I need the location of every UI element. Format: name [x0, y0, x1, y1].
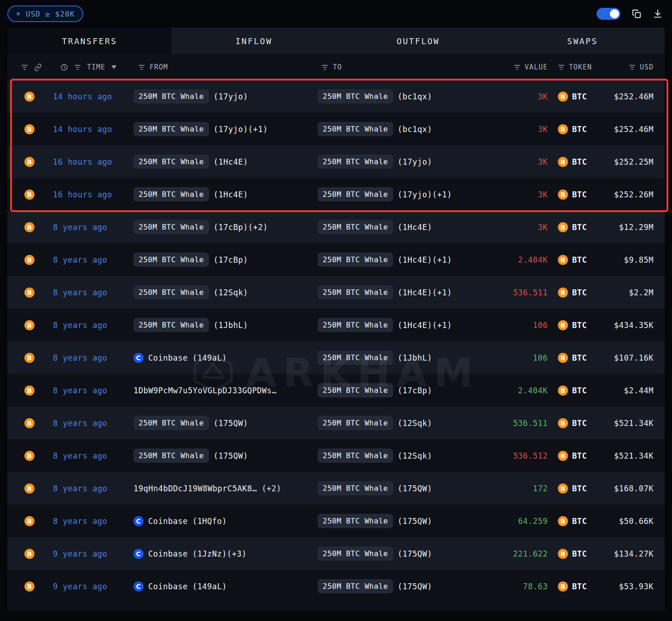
row-from[interactable]: 250M BTC Whale (1Hc4E) [133, 187, 318, 201]
row-time[interactable]: 8 years ago [52, 419, 133, 428]
address[interactable]: (bc1qx) [398, 92, 432, 101]
entity-chip[interactable]: 250M BTC Whale [318, 383, 393, 397]
entity-chip[interactable]: 250M BTC Whale [318, 89, 393, 104]
table-row[interactable]: B 16 hours ago 250M BTC Whale (1Hc4E) 25… [7, 178, 665, 211]
entity-name[interactable]: 19qHn4bDDcJ19W8WbprC5AK8… [133, 484, 257, 493]
entity-chip[interactable]: 250M BTC Whale [318, 416, 393, 430]
row-from[interactable]: 250M BTC Whale (1JbhL) [133, 318, 318, 332]
address[interactable]: (175QW) [214, 419, 248, 428]
row-from[interactable]: 250M BTC Whale (17yjo)(+1) [133, 122, 318, 136]
row-to[interactable]: 250M BTC Whale (175QW) [318, 481, 483, 495]
filter-icon[interactable] [321, 64, 328, 71]
row-time[interactable]: 16 hours ago [52, 190, 133, 199]
filter-icon[interactable] [138, 64, 145, 71]
entity-chip[interactable]: 250M BTC Whale [133, 416, 209, 430]
row-to[interactable]: 250M BTC Whale (1Hc4E) [318, 220, 483, 234]
address[interactable]: (17cBp) [398, 386, 432, 395]
entity-chip[interactable]: 250M BTC Whale [133, 122, 209, 136]
table-row[interactable]: B 8 years ago C Coinbase (1HQfo) 250M BT… [7, 505, 665, 537]
address[interactable]: (17yjo) [398, 157, 432, 167]
row-to[interactable]: 250M BTC Whale (1Hc4E)(+1) [318, 318, 483, 332]
row-time[interactable]: 8 years ago [52, 451, 133, 460]
entity-chip[interactable]: 250M BTC Whale [318, 187, 393, 201]
row-to[interactable]: 250M BTC Whale (1JbhL) [318, 351, 483, 365]
row-to[interactable]: 250M BTC Whale (175QW) [318, 579, 483, 593]
row-to[interactable]: 250M BTC Whale (1Hc4E)(+1) [318, 285, 483, 299]
table-row[interactable]: B 8 years ago 1DbW9PcMw7u5YoVGLpDJ33GQPD… [7, 374, 665, 407]
filter-icon[interactable] [629, 64, 636, 71]
row-time[interactable]: 8 years ago [52, 223, 133, 232]
usd-filter-chip[interactable]: × USD ≥ $20K [7, 6, 83, 22]
row-to[interactable]: 250M BTC Whale (175QW) [318, 546, 483, 561]
row-to[interactable]: 250M BTC Whale (17yjo)(+1) [318, 187, 483, 201]
entity-chip[interactable]: 250M BTC Whale [133, 220, 209, 234]
row-time[interactable]: 8 years ago [52, 288, 133, 297]
row-from[interactable]: 250M BTC Whale (175QW) [133, 416, 318, 430]
address[interactable]: (1Hc4E) [214, 157, 248, 167]
filter-icon[interactable] [514, 64, 521, 71]
table-row[interactable]: B 8 years ago 250M BTC Whale (175QW) 250… [7, 439, 665, 472]
address[interactable]: (17cBp) [214, 255, 248, 264]
row-from[interactable]: 250M BTC Whale (17cBp)(+2) [133, 220, 318, 234]
entity-chip[interactable]: 250M BTC Whale [318, 351, 393, 365]
address[interactable]: (17cBp)(+2) [214, 223, 268, 232]
address[interactable]: (175QW) [398, 517, 432, 526]
row-from[interactable]: 250M BTC Whale (17cBp) [133, 253, 318, 267]
entity-chip[interactable]: 250M BTC Whale [318, 546, 393, 561]
entity-chip[interactable]: 250M BTC Whale [133, 318, 209, 332]
tab-inflow[interactable]: INFLOW [172, 28, 336, 54]
entity-name[interactable]: Coinbase [148, 549, 188, 558]
entity-chip[interactable]: 250M BTC Whale [318, 481, 393, 495]
address[interactable]: (17yjo) [214, 92, 248, 101]
tab-transfers[interactable]: TRANSFERS [7, 28, 172, 54]
address[interactable]: (1Hc4E) [398, 223, 432, 232]
entity-chip[interactable]: 250M BTC Whale [318, 318, 393, 332]
tab-swaps[interactable]: SWAPS [500, 28, 665, 54]
address[interactable]: (12Sqk) [214, 288, 248, 297]
address[interactable]: (175QW) [398, 484, 432, 493]
row-from[interactable]: C Coinbase (149aL) [133, 353, 318, 363]
row-from[interactable]: C Coinbase (1HQfo) [133, 516, 318, 526]
row-to[interactable]: 250M BTC Whale (1Hc4E)(+1) [318, 253, 483, 267]
toggle-switch[interactable] [597, 8, 620, 20]
entity-name[interactable]: Coinbase [148, 517, 188, 526]
filter-icon[interactable] [558, 64, 565, 71]
entity-chip[interactable]: 250M BTC Whale [318, 155, 393, 169]
entity-chip[interactable]: 250M BTC Whale [133, 448, 209, 463]
row-from[interactable]: 250M BTC Whale (175QW) [133, 448, 318, 463]
address[interactable]: (1JzNz)(+3) [192, 549, 247, 558]
filter-icon[interactable] [21, 64, 28, 71]
address[interactable]: (175QW) [398, 549, 432, 558]
address[interactable]: (1HQfo) [192, 517, 227, 526]
row-from[interactable]: 250M BTC Whale (1Hc4E) [133, 155, 318, 169]
table-row[interactable]: B 9 years ago C Coinbase (149aL) 250M BT… [7, 570, 665, 603]
row-from[interactable]: C Coinbase (149aL) [133, 581, 318, 592]
column-header-time[interactable]: TIME [87, 63, 105, 71]
address[interactable]: (1Hc4E)(+1) [398, 321, 452, 330]
table-row[interactable]: B 8 years ago C Coinbase (149aL) 250M BT… [7, 341, 665, 374]
row-from[interactable]: 19qHn4bDDcJ19W8WbprC5AK8… (+2) [133, 484, 318, 493]
row-time[interactable]: 8 years ago [52, 353, 133, 362]
entity-chip[interactable]: 250M BTC Whale [133, 187, 209, 201]
entity-chip[interactable]: 250M BTC Whale [318, 220, 393, 234]
row-time[interactable]: 8 years ago [52, 517, 133, 526]
entity-chip[interactable]: 250M BTC Whale [318, 285, 393, 299]
row-time[interactable]: 9 years ago [52, 582, 133, 591]
row-time[interactable]: 8 years ago [52, 386, 133, 395]
row-from[interactable]: 250M BTC Whale (12Sqk) [133, 285, 318, 299]
row-to[interactable]: 250M BTC Whale (175QW) [318, 514, 483, 528]
column-header-from[interactable]: FROM [150, 63, 168, 71]
table-row[interactable]: B 14 hours ago 250M BTC Whale (17yjo)(+1… [7, 113, 665, 145]
table-row[interactable]: B 8 years ago 250M BTC Whale (175QW) 250… [7, 407, 665, 439]
table-row[interactable]: B 8 years ago 250M BTC Whale (12Sqk) 250… [7, 276, 665, 309]
address[interactable]: (1JbhL) [214, 321, 248, 330]
entity-chip[interactable]: 250M BTC Whale [318, 579, 393, 593]
filter-icon[interactable] [74, 64, 81, 71]
row-from[interactable]: C Coinbase (1JzNz)(+3) [133, 549, 318, 559]
entity-chip[interactable]: 250M BTC Whale [318, 448, 393, 463]
row-from[interactable]: 1DbW9PcMw7u5YoVGLpDJ33GQPDWs… [133, 386, 318, 395]
column-header-usd[interactable]: USD [640, 63, 654, 71]
address[interactable]: (175QW) [398, 582, 432, 591]
clock-icon[interactable] [60, 63, 68, 71]
entity-name[interactable]: Coinbase [148, 353, 188, 362]
